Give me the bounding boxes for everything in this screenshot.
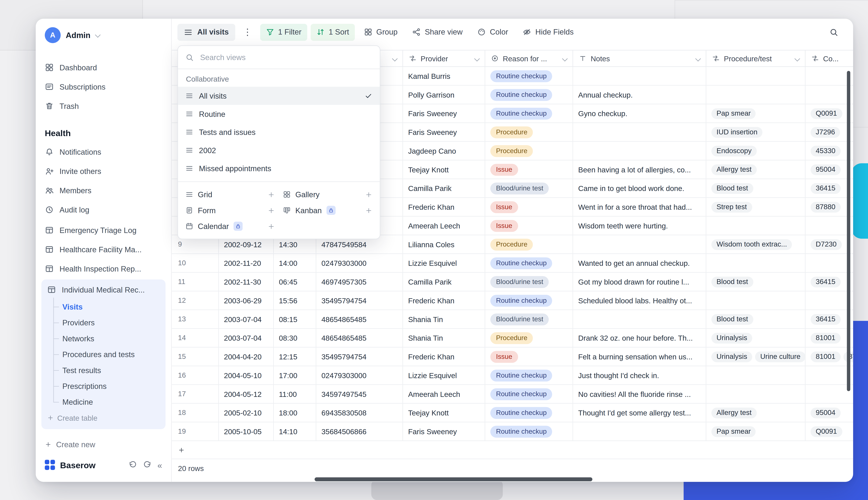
- cell-codes[interactable]: 36415: [806, 179, 853, 197]
- cell-provider[interactable]: Ameerah Leech: [403, 216, 485, 235]
- table-item-prescriptions[interactable]: Prescriptions: [53, 378, 163, 394]
- cell-codes[interactable]: 36415: [806, 310, 853, 328]
- cell-notes[interactable]: [573, 142, 706, 160]
- cell-provider[interactable]: Frederic Khan: [403, 198, 485, 216]
- create-view-kanban[interactable]: Kanban: [283, 202, 373, 218]
- cell-procedures[interactable]: Strep test: [706, 198, 806, 216]
- cell-reason[interactable]: Routine checkup: [485, 86, 573, 104]
- view-options-kebab[interactable]: ⋮: [238, 26, 256, 37]
- create-view-calendar[interactable]: Calendar: [185, 218, 275, 234]
- add-row-button[interactable]: [172, 441, 853, 459]
- cell-procedures[interactable]: Urinalysis: [706, 329, 806, 347]
- cell-notes[interactable]: Been having a lot of allergies, co...: [573, 160, 706, 179]
- cell-provider[interactable]: Shania Tin: [403, 310, 485, 328]
- cell-reason[interactable]: Routine checkup: [485, 385, 573, 403]
- cell-provider[interactable]: Ameerah Leech: [403, 385, 485, 403]
- cell-procedures[interactable]: UrinalysisUrine culture: [706, 348, 806, 366]
- cell-notes[interactable]: Scheduled blood labs. Healthy ot...: [573, 291, 706, 309]
- cell-date[interactable]: 2004-04-20: [219, 348, 274, 366]
- table-row[interactable]: 172004-05-1211:0034597497545Ameerah Leec…: [172, 385, 853, 404]
- cell-notes[interactable]: Drank 32 oz. one hour before. Th...: [573, 329, 706, 347]
- cell-time[interactable]: 15:56: [274, 291, 316, 309]
- cell-time[interactable]: 08:15: [274, 310, 316, 328]
- cell-reason[interactable]: Routine checkup: [485, 291, 573, 309]
- cell-reason[interactable]: Procedure: [485, 329, 573, 347]
- cell-codes[interactable]: [806, 366, 853, 384]
- cell-codes[interactable]: 36415: [806, 273, 853, 291]
- cell-time[interactable]: 08:30: [274, 329, 316, 347]
- cell-reason[interactable]: Procedure: [485, 142, 573, 160]
- cell-codes[interactable]: [806, 291, 853, 309]
- color-button[interactable]: Color: [472, 24, 514, 41]
- cell-time[interactable]: 14:10: [274, 422, 316, 441]
- cell-reason[interactable]: Blood/urine test: [485, 179, 573, 197]
- cell-provider[interactable]: Faris Sweeney: [403, 123, 485, 141]
- cell-notes[interactable]: Went in for a sore throat that had...: [573, 198, 706, 216]
- sidebar-item-dashboard[interactable]: Dashboard: [41, 58, 165, 77]
- view-item-all-visits[interactable]: All visits: [178, 87, 380, 105]
- cell-reason[interactable]: Routine checkup: [485, 422, 573, 441]
- cell-notes[interactable]: Came in to get blood work done.: [573, 179, 706, 197]
- table-item-visits[interactable]: Visits: [53, 299, 163, 315]
- cell-provider[interactable]: Frederic Khan: [403, 348, 485, 366]
- cell-provider[interactable]: Lilianna Coles: [403, 235, 485, 253]
- cell-codes[interactable]: 95004: [806, 160, 853, 179]
- cell-procedures[interactable]: Pap smear: [706, 104, 806, 122]
- cell-phone[interactable]: 69435830508: [316, 404, 403, 422]
- cell-phone[interactable]: 48654865485: [316, 329, 403, 347]
- table-row[interactable]: 132003-07-0408:1548654865485Shania TinBl…: [172, 310, 853, 329]
- cell-codes[interactable]: [806, 216, 853, 235]
- cell-procedures[interactable]: [706, 254, 806, 272]
- group-button[interactable]: Group: [358, 24, 403, 41]
- undo-icon[interactable]: [128, 461, 137, 470]
- cell-time[interactable]: 14:00: [274, 254, 316, 272]
- cell-phone[interactable]: 48654865485: [316, 310, 403, 328]
- cell-reason[interactable]: Issue: [485, 160, 573, 179]
- cell-notes[interactable]: [573, 310, 706, 328]
- column-header-procedure-test[interactable]: Procedure/test: [706, 50, 806, 66]
- cell-reason[interactable]: Routine checkup: [485, 67, 573, 85]
- cell-procedures[interactable]: IUD insertion: [706, 123, 806, 141]
- cell-phone[interactable]: 02479303000: [316, 366, 403, 384]
- cell-date[interactable]: 2005-10-05: [219, 422, 274, 441]
- cell-procedures[interactable]: Endoscopy: [706, 142, 806, 160]
- cell-codes[interactable]: [806, 385, 853, 403]
- cell-time[interactable]: 18:00: [274, 404, 316, 422]
- cell-codes[interactable]: D7230: [806, 235, 853, 253]
- table-item-procedures-and-tests[interactable]: Procedures and tests: [53, 346, 163, 362]
- cell-phone[interactable]: 34597497545: [316, 385, 403, 403]
- cell-procedures[interactable]: [706, 385, 806, 403]
- column-header-reason-for[interactable]: Reason for ...: [485, 50, 573, 66]
- table-item-test-results[interactable]: Test results: [53, 363, 163, 378]
- cell-codes[interactable]: J7296: [806, 123, 853, 141]
- cell-reason[interactable]: Blood/urine test: [485, 310, 573, 328]
- cell-date[interactable]: 2004-05-12: [219, 385, 274, 403]
- create-view-gallery[interactable]: Gallery: [283, 186, 373, 202]
- cell-reason[interactable]: Routine checkup: [485, 104, 573, 122]
- cell-notes[interactable]: [573, 422, 706, 441]
- cell-reason[interactable]: Routine checkup: [485, 404, 573, 422]
- workspace-switcher[interactable]: A Admin: [41, 25, 165, 44]
- cell-procedures[interactable]: Allergy test: [706, 404, 806, 422]
- share-view-button[interactable]: Share view: [407, 24, 468, 41]
- sidebar-item-notifications[interactable]: Notifications: [41, 143, 165, 162]
- cell-codes[interactable]: Q0091: [806, 104, 853, 122]
- view-item-missed-appointments[interactable]: Missed appointments: [178, 159, 380, 178]
- cell-codes[interactable]: 8100187: [806, 348, 853, 366]
- cell-provider[interactable]: Camilla Parik: [403, 273, 485, 291]
- column-header-co[interactable]: Co...: [806, 50, 853, 66]
- cell-date[interactable]: 2003-07-04: [219, 329, 274, 347]
- cell-codes[interactable]: Q0091: [806, 422, 853, 441]
- cell-date[interactable]: 2004-05-10: [219, 366, 274, 384]
- cell-provider[interactable]: Teejay Knott: [403, 160, 485, 179]
- cell-date[interactable]: 2005-02-10: [219, 404, 274, 422]
- cell-provider[interactable]: Lizzie Esquivel: [403, 366, 485, 384]
- sidebar-item-emergency-triage-log[interactable]: Emergency Triage Log: [41, 221, 165, 240]
- cell-provider[interactable]: Shania Tin: [403, 329, 485, 347]
- views-search-input[interactable]: [199, 53, 373, 62]
- cell-provider[interactable]: Kamal Burris: [403, 67, 485, 85]
- table-row[interactable]: 102002-11-2014:0002479303000Lizzie Esqui…: [172, 254, 853, 273]
- filter-button[interactable]: 1 Filter: [260, 24, 307, 41]
- cell-time[interactable]: 12:15: [274, 348, 316, 366]
- table-row[interactable]: 192005-10-0514:1035684506866Faris Sweene…: [172, 422, 853, 441]
